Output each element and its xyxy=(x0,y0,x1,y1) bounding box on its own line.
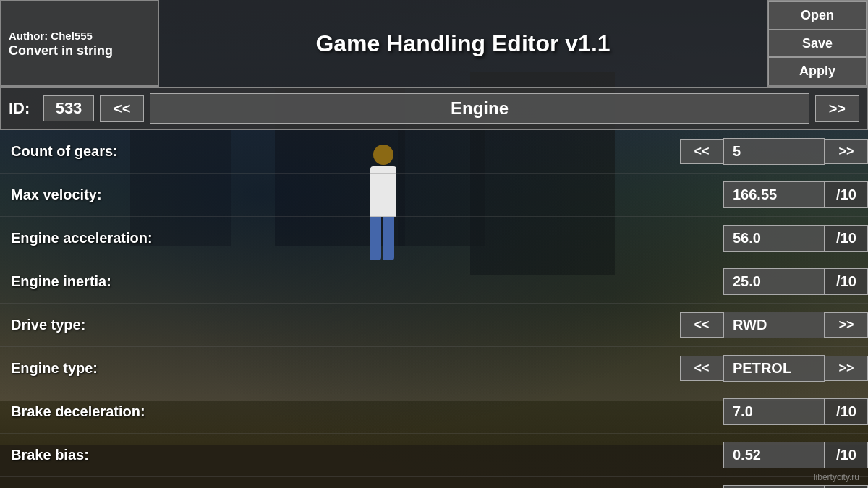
prop-label-6: Brake deceleration: xyxy=(0,403,268,420)
prop-suffix-0[interactable]: >> xyxy=(825,139,868,164)
prop-value-2[interactable]: 56.0 xyxy=(723,225,825,252)
prop-suffix-8: /10 xyxy=(825,485,868,488)
prop-value-6[interactable]: 7.0 xyxy=(723,398,825,425)
author-label: Author: Chel555 xyxy=(9,28,150,43)
prop-suffix-6: /10 xyxy=(825,398,868,425)
apply-button[interactable]: Apply xyxy=(768,57,867,85)
id-label: ID: xyxy=(9,99,38,118)
prop-suffix-1: /10 xyxy=(825,181,868,208)
id-value[interactable]: 533 xyxy=(43,95,94,121)
watermark: libertycity.ru xyxy=(814,472,859,482)
convert-in-string-button[interactable]: Convert in string xyxy=(9,43,150,59)
save-button[interactable]: Save xyxy=(768,30,867,58)
prop-prev-btn-0[interactable]: << xyxy=(680,139,723,164)
open-button[interactable]: Open xyxy=(768,1,867,30)
prop-value-1[interactable]: 166.55 xyxy=(723,181,825,208)
prop-value-8[interactable]: 30.0 xyxy=(723,485,825,488)
prop-label-7: Brake bias: xyxy=(0,447,268,463)
app-title: Game Handling Editor v1.1 xyxy=(315,30,610,57)
prop-prev-btn-5[interactable]: << xyxy=(680,356,723,381)
property-row-0: Count of gears:<<5>> xyxy=(0,130,868,174)
property-row-7: Brake bias:0.52/10 xyxy=(0,434,868,477)
prop-label-1: Max velocity: xyxy=(0,187,268,203)
property-row-3: Engine inertia:25.0/10 xyxy=(0,260,868,304)
property-row-8: Steering lock:30.0/10 xyxy=(0,477,868,488)
prop-label-0: Count of gears: xyxy=(0,143,268,160)
author-section: Author: Chel555 Convert in string xyxy=(0,0,159,87)
action-buttons: Open Save Apply xyxy=(767,0,868,87)
property-row-6: Brake deceleration:7.0/10 xyxy=(0,390,868,434)
prop-label-2: Engine acceleration: xyxy=(0,230,268,247)
prop-label-4: Drive type: xyxy=(0,317,268,333)
prop-value-3[interactable]: 25.0 xyxy=(723,268,825,295)
prop-suffix-7: /10 xyxy=(825,442,868,468)
id-prev-button[interactable]: << xyxy=(100,95,144,122)
property-row-5: Engine type:<<PETROL>> xyxy=(0,347,868,390)
prop-value-7[interactable]: 0.52 xyxy=(723,442,825,468)
properties-panel: Count of gears:<<5>>Max velocity:166.55/… xyxy=(0,130,868,488)
title-section: Game Handling Editor v1.1 xyxy=(159,0,767,87)
property-row-1: Max velocity:166.55/10 xyxy=(0,174,868,217)
prop-value-5[interactable]: PETROL xyxy=(723,355,825,382)
prop-suffix-3: /10 xyxy=(825,268,868,295)
top-bar: Author: Chel555 Convert in string Game H… xyxy=(0,0,868,87)
prop-value-4[interactable]: RWD xyxy=(723,312,825,338)
section-name: Engine xyxy=(150,93,809,124)
ui-overlay: Author: Chel555 Convert in string Game H… xyxy=(0,0,868,488)
prop-value-0[interactable]: 5 xyxy=(723,138,825,165)
id-bar: ID: 533 << Engine >> xyxy=(0,87,868,130)
prop-suffix-5[interactable]: >> xyxy=(825,356,868,381)
prop-prev-btn-4[interactable]: << xyxy=(680,312,723,338)
id-next-button[interactable]: >> xyxy=(815,95,859,122)
prop-suffix-4[interactable]: >> xyxy=(825,312,868,338)
prop-suffix-2: /10 xyxy=(825,225,868,252)
prop-label-5: Engine type: xyxy=(0,360,268,377)
prop-label-3: Engine inertia: xyxy=(0,273,268,290)
property-row-4: Drive type:<<RWD>> xyxy=(0,304,868,347)
property-row-2: Engine acceleration:56.0/10 xyxy=(0,217,868,260)
